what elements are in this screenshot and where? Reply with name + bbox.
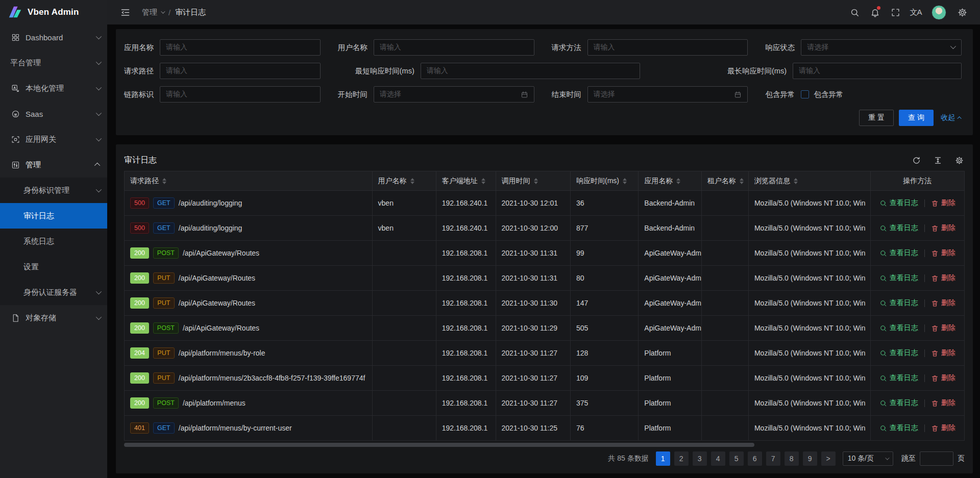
delete-button[interactable]: 删除 bbox=[931, 198, 955, 208]
view-log-button[interactable]: 查看日志 bbox=[879, 373, 918, 383]
sidebar-item-管理[interactable]: 管理 bbox=[0, 152, 107, 178]
delete-button[interactable]: 删除 bbox=[931, 273, 955, 283]
page-button-4[interactable]: 4 bbox=[711, 451, 725, 466]
delete-button[interactable]: 删除 bbox=[931, 323, 955, 333]
logo[interactable]: Vben Admin bbox=[0, 0, 107, 24]
delete-button[interactable]: 删除 bbox=[931, 348, 955, 358]
view-log-button[interactable]: 查看日志 bbox=[879, 248, 918, 258]
column-header-响应时间(ms)[interactable]: 响应时间(ms) bbox=[571, 171, 639, 191]
sidebar-item-身份认证服务器[interactable]: 身份认证服务器 bbox=[0, 280, 107, 305]
sidebar-item-Dashboard[interactable]: Dashboard bbox=[0, 24, 107, 50]
请求方法-input[interactable]: 请输入 bbox=[587, 39, 748, 56]
sort-desc-icon[interactable] bbox=[794, 182, 798, 184]
sort-asc-icon[interactable] bbox=[794, 178, 798, 181]
column-header-调用时间[interactable]: 调用时间 bbox=[496, 171, 570, 191]
breadcrumb-parent[interactable]: 管理 bbox=[142, 8, 164, 17]
menu-fold-icon[interactable] bbox=[116, 4, 134, 21]
page-button-7[interactable]: 7 bbox=[766, 451, 780, 466]
delete-button[interactable]: 删除 bbox=[931, 298, 955, 308]
page-button-6[interactable]: 6 bbox=[748, 451, 762, 466]
delete-button[interactable]: 删除 bbox=[931, 423, 955, 433]
page-button-1[interactable]: 1 bbox=[656, 451, 670, 466]
sidebar-item-平台管理[interactable]: 平台管理 bbox=[0, 50, 107, 76]
sidebar-item-本地化管理[interactable]: 本地化管理 bbox=[0, 76, 107, 101]
sort-desc-icon[interactable] bbox=[410, 182, 414, 184]
delete-button[interactable]: 删除 bbox=[931, 223, 955, 233]
最短响应时间(ms)-input[interactable]: 请输入 bbox=[421, 63, 640, 79]
fullscreen-icon[interactable] bbox=[887, 4, 904, 21]
column-header-应用名称[interactable]: 应用名称 bbox=[639, 171, 701, 191]
view-log-button[interactable]: 查看日志 bbox=[879, 198, 918, 208]
column-header-客户端地址[interactable]: 客户端地址 bbox=[436, 171, 496, 191]
sort-desc-icon[interactable] bbox=[740, 182, 744, 184]
sort-asc-icon[interactable] bbox=[676, 178, 680, 181]
sort-desc-icon[interactable] bbox=[162, 182, 166, 184]
sort-asc-icon[interactable] bbox=[740, 178, 744, 181]
链路标识-input[interactable]: 请输入 bbox=[160, 86, 321, 103]
sort-icons[interactable] bbox=[676, 178, 680, 184]
delete-button[interactable]: 删除 bbox=[931, 373, 955, 383]
最长响应时间(ms)-input[interactable]: 请输入 bbox=[793, 63, 962, 79]
sort-icons[interactable] bbox=[740, 178, 744, 184]
sort-icons[interactable] bbox=[794, 178, 798, 184]
sidebar-item-应用网关[interactable]: 应用网关 bbox=[0, 127, 107, 152]
refresh-icon[interactable] bbox=[911, 155, 922, 166]
sort-icons[interactable] bbox=[410, 178, 414, 184]
collapse-link[interactable]: 收起 bbox=[941, 113, 962, 122]
sort-icons[interactable] bbox=[623, 178, 627, 184]
view-log-button[interactable]: 查看日志 bbox=[879, 323, 918, 333]
用户名称-input[interactable]: 请输入 bbox=[374, 39, 534, 56]
column-header-请求路径[interactable]: 请求路径 bbox=[125, 171, 373, 191]
jump-page-input[interactable] bbox=[920, 451, 953, 466]
page-button-5[interactable]: 5 bbox=[729, 451, 744, 466]
sidebar-item-设置[interactable]: 设置 bbox=[0, 254, 107, 280]
avatar[interactable] bbox=[932, 5, 946, 20]
translate-icon[interactable]: 文A bbox=[907, 4, 924, 21]
search-button[interactable]: 查 询 bbox=[899, 110, 934, 126]
sort-asc-icon[interactable] bbox=[481, 178, 485, 181]
column-header-租户名称[interactable]: 租户名称 bbox=[701, 171, 748, 191]
view-log-button[interactable]: 查看日志 bbox=[879, 273, 918, 283]
page-button-2[interactable]: 2 bbox=[674, 451, 689, 466]
请求路径-input[interactable]: 请输入 bbox=[160, 63, 321, 79]
view-log-button[interactable]: 查看日志 bbox=[879, 223, 918, 233]
view-log-button[interactable]: 查看日志 bbox=[879, 423, 918, 433]
column-header-用户名称[interactable]: 用户名称 bbox=[372, 171, 436, 191]
delete-button[interactable]: 删除 bbox=[931, 248, 955, 258]
响应状态-select[interactable]: 请选择 bbox=[801, 39, 962, 56]
结束时间-date-picker[interactable]: 请选择 bbox=[587, 86, 748, 103]
delete-button[interactable]: 删除 bbox=[931, 398, 955, 408]
view-log-button[interactable]: 查看日志 bbox=[879, 298, 918, 308]
next-page-button[interactable]: > bbox=[821, 451, 836, 466]
page-button-9[interactable]: 9 bbox=[803, 451, 817, 466]
sort-icons[interactable] bbox=[162, 178, 166, 184]
sort-desc-icon[interactable] bbox=[676, 182, 680, 184]
sidebar-item-审计日志[interactable]: 审计日志 bbox=[0, 203, 107, 229]
view-log-button[interactable]: 查看日志 bbox=[879, 348, 918, 358]
开始时间-date-picker[interactable]: 请选择 bbox=[374, 86, 534, 103]
page-button-8[interactable]: 8 bbox=[785, 451, 799, 466]
sort-asc-icon[interactable] bbox=[410, 178, 414, 181]
sidebar-item-身份标识管理[interactable]: 身份标识管理 bbox=[0, 178, 107, 203]
include-exception-checkbox[interactable] bbox=[801, 90, 809, 98]
sidebar-item-系统日志[interactable]: 系统日志 bbox=[0, 229, 107, 254]
sort-desc-icon[interactable] bbox=[623, 182, 627, 184]
page-size-select[interactable]: 10 条/页 bbox=[843, 451, 893, 466]
view-log-button[interactable]: 查看日志 bbox=[879, 398, 918, 408]
sort-asc-icon[interactable] bbox=[162, 178, 166, 181]
settings-icon[interactable] bbox=[953, 4, 971, 21]
sidebar-item-对象存储[interactable]: 对象存储 bbox=[0, 305, 107, 331]
sidebar-item-Saas[interactable]: Saas bbox=[0, 101, 107, 127]
sort-desc-icon[interactable] bbox=[534, 182, 538, 184]
应用名称-input[interactable]: 请输入 bbox=[160, 39, 321, 56]
notification-icon[interactable] bbox=[866, 4, 884, 21]
sort-icons[interactable] bbox=[534, 178, 538, 184]
column-header-浏览器信息[interactable]: 浏览器信息 bbox=[748, 171, 870, 191]
sort-asc-icon[interactable] bbox=[623, 178, 627, 181]
table-settings-icon[interactable] bbox=[953, 155, 965, 166]
scrollbar-thumb[interactable] bbox=[124, 443, 754, 447]
sort-desc-icon[interactable] bbox=[481, 182, 485, 184]
row-height-icon[interactable] bbox=[932, 155, 943, 166]
reset-button[interactable]: 重 置 bbox=[859, 110, 894, 126]
sort-asc-icon[interactable] bbox=[534, 178, 538, 181]
